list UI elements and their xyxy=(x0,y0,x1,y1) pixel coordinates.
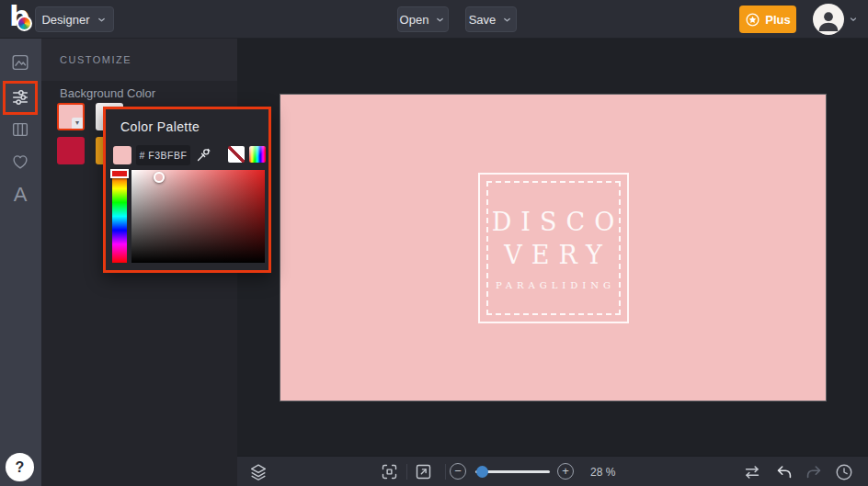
plus-upgrade-button[interactable]: Plus xyxy=(739,6,796,33)
color-picker-mode-swatch[interactable] xyxy=(249,146,266,163)
top-bar: b Designer Open Save Plus xyxy=(0,0,868,39)
designer-menu-button[interactable]: Designer xyxy=(35,6,114,32)
open-button[interactable]: Open xyxy=(397,6,449,32)
hex-color-input[interactable] xyxy=(136,145,190,165)
text-tool-icon[interactable]: A xyxy=(10,185,30,205)
zoom-out-button[interactable]: − xyxy=(450,463,466,480)
workspace: DISCO VERY PARAGLIDING xyxy=(237,39,868,456)
no-color-swatch[interactable] xyxy=(228,146,245,163)
design-frame-inner-dashed: DISCO VERY PARAGLIDING xyxy=(486,181,621,315)
swatch-pink-selected[interactable]: ▾ xyxy=(57,103,85,130)
panel-header: CUSTOMIZE xyxy=(41,39,237,81)
chevron-down-icon xyxy=(96,14,108,26)
hue-slider[interactable] xyxy=(112,170,127,263)
background-color-label: Background Color xyxy=(60,86,155,100)
full-screen-button[interactable] xyxy=(414,462,434,482)
zoom-in-button[interactable]: + xyxy=(557,463,574,480)
logo-color-wheel-icon xyxy=(17,16,32,31)
annotation-highlight-sliders xyxy=(3,81,38,115)
saturation-value-picker[interactable] xyxy=(131,170,265,263)
graphics-heart-icon[interactable] xyxy=(10,152,30,172)
layouts-columns-icon[interactable] xyxy=(10,119,30,140)
plus-button-label: Plus xyxy=(765,13,790,27)
toolbar-divider xyxy=(445,464,446,480)
design-text-line1: DISCO xyxy=(492,206,624,239)
undo-button[interactable] xyxy=(774,462,794,482)
swatch-dropdown-icon[interactable]: ▾ xyxy=(72,118,83,129)
design-text-line2: VERY xyxy=(504,239,611,272)
fit-to-screen-button[interactable] xyxy=(380,462,400,482)
layers-button[interactable] xyxy=(248,462,268,482)
design-frame-outer: DISCO VERY PARAGLIDING xyxy=(478,173,629,323)
design-canvas[interactable]: DISCO VERY PARAGLIDING xyxy=(280,95,826,401)
image-manager-icon[interactable] xyxy=(10,52,30,73)
color-picker-handle[interactable] xyxy=(154,172,165,183)
current-color-swatch[interactable] xyxy=(113,146,131,164)
star-badge-icon xyxy=(745,12,760,28)
account-menu-button[interactable] xyxy=(813,4,861,35)
zoom-level-value: 28 % xyxy=(590,466,615,479)
chevron-down-icon xyxy=(501,14,513,26)
help-button[interactable]: ? xyxy=(6,453,34,481)
designer-menu-label: Designer xyxy=(41,13,89,27)
toolbar-divider xyxy=(406,464,407,480)
tool-rail: A ? xyxy=(0,39,41,486)
eyedropper-icon[interactable] xyxy=(195,146,212,164)
chevron-down-icon xyxy=(434,14,446,26)
design-text-line3: PARAGLIDING xyxy=(496,280,615,290)
zoom-slider-knob[interactable] xyxy=(476,466,488,478)
color-palette-popup: Color Palette xyxy=(103,107,271,273)
user-avatar xyxy=(813,4,844,35)
save-button-label: Save xyxy=(469,13,497,27)
compare-toggle-button[interactable] xyxy=(742,462,762,482)
bottom-toolbar: − + 28 % xyxy=(237,456,868,486)
popup-title: Color Palette xyxy=(120,119,200,134)
redo-button[interactable] xyxy=(804,462,824,482)
open-button-label: Open xyxy=(400,13,429,27)
chevron-down-icon xyxy=(848,14,859,25)
swatch-crimson[interactable] xyxy=(57,137,85,164)
save-button[interactable]: Save xyxy=(465,6,517,32)
history-button[interactable] xyxy=(834,462,854,482)
zoom-slider[interactable] xyxy=(475,462,550,480)
panel-title: CUSTOMIZE xyxy=(60,54,131,65)
hue-slider-marker[interactable] xyxy=(110,169,129,178)
